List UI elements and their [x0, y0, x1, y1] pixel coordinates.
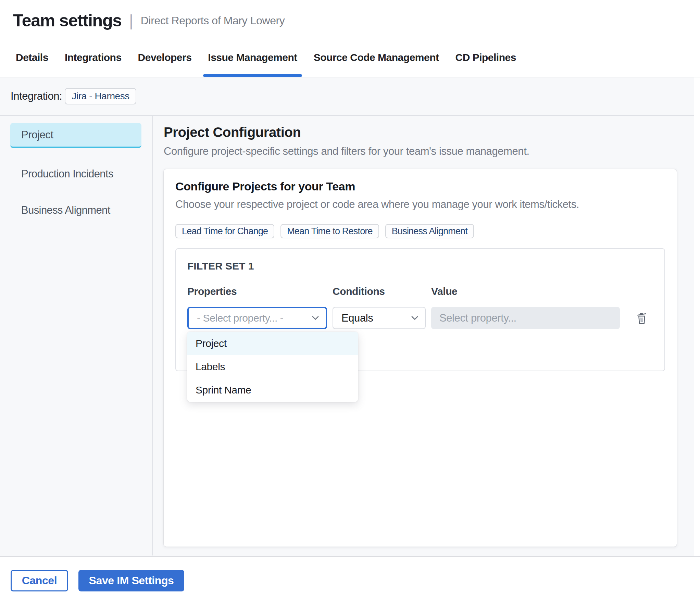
integration-row: Integration: Jira - Harness	[0, 77, 694, 116]
footer-bar: Cancel Save IM Settings	[0, 556, 700, 600]
page-header: Team settings | Direct Reports of Mary L…	[0, 0, 700, 38]
tab-integrations[interactable]: Integrations	[57, 38, 130, 77]
properties-dropdown: Project Labels Sprint Name	[187, 332, 358, 402]
dropdown-option-project[interactable]: Project	[187, 332, 358, 355]
page-subtitle: Direct Reports of Mary Lowery	[141, 14, 285, 27]
card-description: Choose your respective project or code a…	[175, 197, 665, 212]
trash-icon	[637, 312, 647, 324]
content-band: Integration: Jira - Harness Project Prod…	[0, 77, 694, 556]
column-label-properties: Properties	[187, 286, 333, 297]
integration-chip[interactable]: Jira - Harness	[65, 88, 136, 104]
chevron-down-icon	[312, 316, 319, 320]
integration-label: Integration:	[11, 90, 62, 102]
chip-lead-time-for-change[interactable]: Lead Time for Change	[175, 224, 274, 238]
tab-issue-management[interactable]: Issue Management	[200, 38, 305, 77]
configure-projects-card: Configure Projects for your Team Choose …	[164, 169, 677, 547]
filter-set-title: FILTER SET 1	[187, 261, 653, 271]
conditions-select[interactable]: Equals	[333, 307, 426, 329]
delete-filter-button[interactable]	[634, 309, 649, 327]
chip-mean-time-to-restore[interactable]: Mean Time to Restore	[280, 224, 379, 238]
title-separator: |	[129, 11, 133, 30]
chip-business-alignment[interactable]: Business Alignment	[385, 224, 474, 238]
card-title: Configure Projects for your Team	[175, 179, 665, 193]
cancel-button[interactable]: Cancel	[11, 570, 68, 591]
section-subheading: Configure project-specific settings and …	[164, 144, 677, 159]
page: Team settings | Direct Reports of Mary L…	[0, 0, 700, 600]
main-content: Project Configuration Configure project-…	[153, 116, 677, 555]
tab-details[interactable]: Details	[8, 38, 57, 77]
sidebar-item-business-alignment[interactable]: Business Alignment	[0, 192, 152, 228]
section-heading: Project Configuration	[164, 123, 677, 141]
tab-cd-pipelines[interactable]: CD Pipelines	[447, 38, 524, 77]
dropdown-option-sprint-name[interactable]: Sprint Name	[187, 378, 358, 402]
tab-source-code-management[interactable]: Source Code Management	[305, 38, 447, 77]
tab-developers[interactable]: Developers	[130, 38, 200, 77]
properties-select[interactable]: - Select property... -	[187, 307, 327, 329]
value-input[interactable]: Select property...	[431, 307, 620, 329]
column-label-value: Value	[431, 286, 620, 297]
dropdown-option-labels[interactable]: Labels	[187, 355, 358, 378]
save-im-settings-button[interactable]: Save IM Settings	[78, 570, 184, 591]
tab-bar: Details Integrations Developers Issue Ma…	[0, 38, 700, 77]
sidebar: Project Production Incidents Business Al…	[0, 116, 153, 555]
metric-chips: Lead Time for Change Mean Time to Restor…	[175, 224, 665, 238]
sidebar-item-production-incidents[interactable]: Production Incidents	[0, 156, 152, 192]
page-title: Team settings	[13, 7, 122, 34]
sidebar-item-project[interactable]: Project	[10, 123, 141, 148]
chevron-down-icon	[411, 316, 418, 320]
column-label-conditions: Conditions	[333, 286, 431, 297]
filter-set-box: FILTER SET 1 Properties Conditions Value…	[175, 248, 665, 371]
